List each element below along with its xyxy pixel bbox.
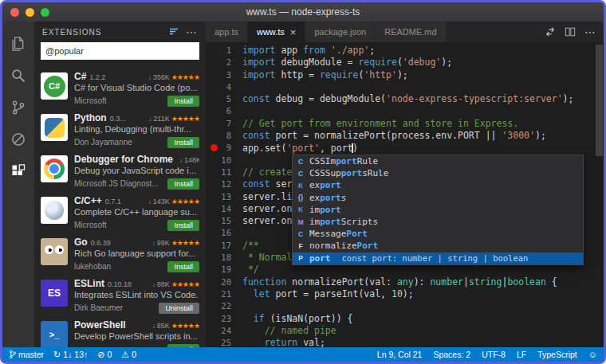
line-number[interactable]: 3: [206, 69, 242, 81]
extension-action-button[interactable]: Install: [167, 261, 199, 272]
extension-action-button[interactable]: Uninstall: [159, 303, 199, 314]
zoom-window-button[interactable]: [41, 8, 49, 17]
code-text[interactable]: if (isNaN(port)) {: [242, 313, 353, 325]
extension-action-button[interactable]: Install: [167, 178, 199, 190]
editor-scrollbar[interactable]: [595, 42, 604, 347]
line-number[interactable]: 9: [206, 142, 242, 154]
status-git-sync[interactable]: ↻1↓ 13↑: [53, 350, 88, 359]
code-text[interactable]: const port = normalizePort(process.env.P…: [242, 130, 546, 142]
status-cursor-position[interactable]: Ln 9, Col 21: [377, 350, 423, 359]
status-indentation[interactable]: Spaces: 2: [433, 350, 470, 359]
suggest-item-import[interactable]: import: [293, 204, 583, 216]
extension-list-item[interactable]: C# C# 1.2.2 ↓ 356K ★★★★★ C# for Visual S…: [34, 66, 206, 108]
tab-README.md[interactable]: README.md: [376, 22, 446, 42]
source-control-icon[interactable]: [2, 92, 34, 123]
code-text[interactable]: import debugModule = require('debug');: [242, 57, 452, 68]
close-tab-icon[interactable]: ×: [290, 27, 297, 37]
code-text[interactable]: let port = parseInt(val, 10);: [242, 288, 414, 300]
line-number[interactable]: 5: [206, 93, 242, 105]
code-text[interactable]: const ser: [242, 178, 292, 190]
status-language-mode[interactable]: TypeScript: [537, 350, 577, 359]
code-text[interactable]: app.set('port', port): [242, 142, 358, 154]
line-number[interactable]: 17: [206, 240, 242, 252]
extension-action-button[interactable]: Install: [167, 96, 199, 107]
suggest-item-normalizePort[interactable]: normalizePort: [293, 240, 583, 252]
line-number[interactable]: 6: [206, 105, 242, 117]
extension-list-item[interactable]: Go 0.6.39 ↓ 99K ★★★★★ Rich Go language s…: [34, 232, 206, 273]
suggest-item-MessagePort[interactable]: MessagePort: [293, 228, 583, 240]
scrollbar-thumb[interactable]: [596, 45, 603, 156]
code-text[interactable]: const debug = debugModule('node-express-…: [242, 93, 573, 105]
code-text[interactable]: // create: [242, 166, 292, 178]
line-number[interactable]: 13: [206, 191, 242, 203]
code-text[interactable]: // Get port from environment and store i…: [242, 118, 518, 130]
code-text[interactable]: function normalizePort(val: any): number…: [242, 276, 557, 288]
line-number[interactable]: 2: [206, 57, 242, 68]
extension-action-button[interactable]: Install: [167, 220, 199, 231]
suggest-item-port[interactable]: portconst port: number | string | boolea…: [293, 252, 583, 264]
close-window-button[interactable]: [10, 8, 19, 17]
code-text[interactable]: * Normal: [242, 252, 292, 264]
minimize-window-button[interactable]: [26, 8, 34, 17]
line-number[interactable]: 12: [206, 178, 242, 190]
line-number[interactable]: 23: [206, 313, 242, 325]
sidebar-more-actions-icon[interactable]: ⋯: [186, 26, 198, 37]
line-number[interactable]: 25: [206, 337, 242, 347]
line-number[interactable]: 10: [206, 155, 242, 166]
explorer-icon[interactable]: [2, 28, 34, 60]
tab-package.json[interactable]: package.json: [305, 22, 376, 42]
extensions-icon[interactable]: [2, 155, 34, 187]
extension-list-item[interactable]: ES ESLint 0.10.18 ↓ 88K ★★★★★ Integrates…: [34, 273, 206, 315]
sort-extensions-icon[interactable]: [169, 27, 179, 37]
extension-action-button[interactable]: Install: [167, 137, 199, 148]
code-text[interactable]: server.on: [242, 215, 292, 227]
line-number[interactable]: 22: [206, 300, 242, 312]
extension-list-item[interactable]: Python 0.3... ↓ 211K ★★★★★ Linting, Debu…: [34, 108, 206, 149]
line-number[interactable]: 24: [206, 325, 242, 337]
extensions-search-input[interactable]: [41, 42, 199, 60]
code-text[interactable]: import app from './app';: [242, 45, 375, 57]
code-text[interactable]: /**: [242, 240, 259, 252]
code-text[interactable]: server.on: [242, 203, 292, 215]
extension-list-item[interactable]: >_ PowerShell ↓ 85K ★★★★★ Develop PowerS…: [34, 315, 206, 347]
code-editor[interactable]: 1import app from './app';2import debugMo…: [206, 42, 604, 347]
line-number[interactable]: 14: [206, 203, 242, 215]
code-text[interactable]: server.li: [242, 191, 292, 203]
line-number[interactable]: 8: [206, 130, 242, 142]
line-number[interactable]: 11: [206, 166, 242, 178]
suggest-item-CSSImportRule[interactable]: CSSImportRule: [293, 155, 583, 167]
suggest-item-importScripts[interactable]: importScripts: [293, 216, 583, 228]
status-feedback[interactable]: ☺: [588, 350, 597, 359]
tab-app.ts[interactable]: app.ts: [206, 22, 248, 42]
code-text[interactable]: return val;: [242, 337, 325, 347]
status-encoding[interactable]: UTF-8: [482, 350, 506, 359]
line-number[interactable]: 4: [206, 81, 242, 93]
extension-list-item[interactable]: Debugger for Chrome ↓ 148K ★★★★★ Debug y…: [34, 149, 206, 190]
line-number[interactable]: 7: [206, 118, 242, 130]
open-changes-icon[interactable]: [545, 26, 556, 37]
status-eol[interactable]: LF: [517, 350, 526, 359]
code-text[interactable]: // named pipe: [242, 325, 336, 337]
line-number[interactable]: 19: [206, 264, 242, 276]
debug-icon[interactable]: [2, 123, 34, 155]
suggest-item-CSSSupportsRule[interactable]: CSSSupportsRule: [293, 167, 583, 179]
status-errors[interactable]: ⊘0: [97, 350, 112, 359]
editor-more-actions-icon[interactable]: ⋯: [584, 26, 596, 37]
tab-www.ts[interactable]: www.ts×: [248, 22, 305, 42]
line-number[interactable]: 18: [206, 252, 242, 264]
suggest-item-exports[interactable]: exports: [293, 192, 583, 204]
status-git-branch[interactable]: master: [9, 350, 44, 359]
suggest-item-export[interactable]: export: [293, 179, 583, 191]
extension-list-item[interactable]: C/C++ 0.7.1 ↓ 143K ★★★★★ Complete C/C++ …: [34, 190, 206, 232]
breakpoint-dot[interactable]: [211, 144, 218, 151]
code-text[interactable]: import http = require('http');: [242, 69, 408, 81]
line-number[interactable]: 21: [206, 288, 242, 300]
status-warnings[interactable]: ⚠0: [121, 350, 136, 359]
code-text[interactable]: */: [242, 264, 259, 276]
line-number[interactable]: 15: [206, 215, 242, 227]
search-icon[interactable]: [2, 60, 34, 92]
split-editor-icon[interactable]: [565, 26, 576, 37]
line-number[interactable]: 20: [206, 276, 242, 288]
line-number[interactable]: 16: [206, 227, 242, 239]
line-number[interactable]: 1: [206, 45, 242, 57]
